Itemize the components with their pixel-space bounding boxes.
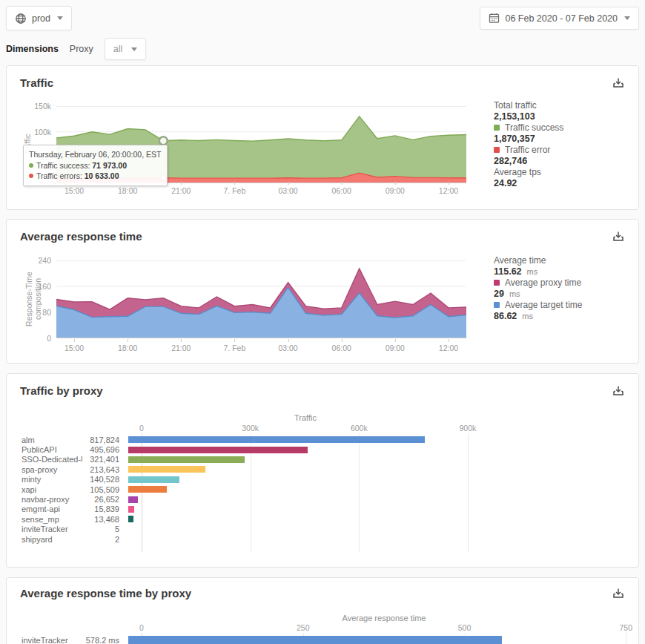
x-tick-label: 15:00 [64, 344, 84, 352]
avg-response-time-card: Average response time 240 160 80 0 Respo… [6, 219, 639, 364]
card-title: Average response time [20, 230, 142, 243]
chart-tooltip: Thursday, February 06, 20:00:00, EST Tra… [23, 145, 168, 186]
dimensions-label: Dimensions [6, 44, 59, 54]
bar-row-minty: minty140,528 [7, 475, 640, 484]
bar-track [128, 636, 640, 644]
proxy-bar-list: alm817,824PublicAPI495,696SSO-Dedicated-… [7, 435, 640, 544]
bar-row-label: emgmt-api [7, 505, 82, 513]
x-tick-label: 15:00 [64, 186, 84, 195]
stat-value: 24.92 [494, 178, 635, 189]
bar-track [128, 466, 640, 473]
date-range-selector[interactable]: 06 Feb 2020 - 07 Feb 2020 [480, 7, 639, 30]
bar[interactable] [128, 496, 138, 503]
chevron-down-icon [131, 47, 137, 51]
stat-value: 115.62ms [494, 266, 635, 277]
bar-track [128, 506, 640, 513]
dimension-proxy-label: Proxy [70, 44, 93, 54]
bar-track [128, 536, 640, 542]
bar[interactable] [128, 516, 133, 522]
download-button[interactable] [610, 76, 626, 92]
download-icon [612, 587, 625, 600]
x-tick-label: 250 [297, 623, 310, 632]
bar[interactable] [128, 486, 167, 493]
bar-row-alm: alm817,824 [7, 435, 640, 444]
x-tick-label: 0 [139, 424, 144, 433]
x-tick-label: 900k [460, 424, 477, 433]
bar[interactable] [128, 476, 179, 483]
download-button[interactable] [610, 384, 626, 400]
bar[interactable] [128, 436, 425, 443]
bar-row-inviteTracker: inviteTracker5 [7, 525, 640, 534]
x-tick-label: 21:00 [171, 186, 191, 195]
bar-row-label: xapi [7, 485, 82, 494]
environment-name: prod [32, 13, 50, 24]
bar-track [128, 436, 640, 443]
download-button[interactable] [610, 586, 626, 602]
download-button[interactable] [610, 229, 626, 246]
x-axis-ticks: 0250500750 [7, 623, 640, 632]
art-by-proxy-card: Average response time by proxy Average r… [6, 577, 639, 644]
x-axis: 15:0018:0021:007. Feb03:0006:0009:0012:0… [56, 341, 466, 351]
errors-dot [29, 174, 33, 178]
bar-track [128, 526, 640, 533]
success-dot [29, 163, 33, 168]
bar-row-label: inviteTracker [7, 525, 82, 533]
bar[interactable] [128, 456, 245, 463]
bar-row-inviteTracker: inviteTracker578.2 ms [7, 634, 640, 644]
bar-row-value: 13,468 [82, 515, 119, 524]
proxy-bar-list: inviteTracker578.2 ms [7, 634, 640, 644]
bar-row-emgmt-api: emgmt-api15,839 [7, 505, 640, 514]
bar-row-value: 5 [82, 525, 119, 533]
stat-value: 1,870,357 [494, 134, 635, 145]
legend-proxy-time: Average proxy time [494, 277, 635, 289]
x-tick-label: 12:00 [439, 344, 458, 352]
x-tick-label: 600k [351, 424, 368, 433]
stat-value: 29ms [494, 289, 635, 300]
bar[interactable] [128, 447, 308, 453]
bar-track [128, 447, 640, 453]
bar-track [128, 476, 640, 483]
tooltip-row: Traffic errors: 10 633.00 [29, 171, 161, 181]
globe-icon [15, 13, 27, 24]
bar-row-value: 495,696 [82, 445, 119, 454]
bar-row-label: shipyard [7, 535, 82, 544]
bar[interactable] [128, 506, 134, 513]
chevron-down-icon [57, 16, 63, 20]
x-tick-label: 21:00 [171, 344, 191, 352]
environment-selector[interactable]: prod [6, 6, 72, 30]
stat-value: 2,153,103 [494, 111, 635, 122]
x-tick-label: 750 [619, 623, 632, 632]
traffic-by-proxy-card: Traffic by proxy Traffic 0300k600k900k a… [6, 373, 639, 568]
bar-row-label: inviteTracker [7, 636, 82, 644]
dimension-value-select[interactable]: all [105, 38, 147, 60]
card-title: Traffic by proxy [20, 384, 103, 397]
bar-row-label: PublicAPI [7, 445, 82, 454]
download-icon [612, 76, 625, 90]
x-tick-label: 06:00 [332, 186, 351, 195]
x-tick-label: 06:00 [332, 344, 351, 352]
bar-row-value: 578.2 ms [82, 636, 119, 644]
bar-row-sense_mp: sense_mp13,468 [7, 514, 640, 524]
bar[interactable] [128, 466, 205, 473]
avg-response-time-chart[interactable] [56, 260, 466, 338]
success-swatch [494, 125, 500, 131]
stat-label: Average time [494, 255, 635, 266]
stat-value: 86.62ms [494, 311, 635, 322]
hover-marker-success [159, 137, 168, 145]
card-title: Average response time by proxy [20, 587, 191, 599]
traffic-stats: Total traffic 2,153,103 Traffic success … [494, 100, 635, 189]
x-tick-label: 03:00 [278, 186, 297, 195]
x-tick-label: 03:00 [278, 344, 297, 352]
dimension-value: all [113, 44, 123, 54]
x-tick-label: 09:00 [386, 344, 405, 352]
bar-row-spa-proxy: spa-proxy213,643 [7, 464, 640, 474]
bar-row-value: 2 [82, 535, 119, 544]
bar-track [128, 516, 640, 522]
bar-row-value: 213,643 [82, 465, 119, 474]
bar-row-value: 26,652 [82, 495, 119, 504]
proxy-time-swatch [494, 280, 500, 286]
bar-row-SSO-Dedicated-UG...: SSO-Dedicated-UG...321,401 [7, 455, 640, 464]
bar-row-navbar-proxy: navbar-proxy26,652 [7, 494, 640, 504]
bar[interactable] [128, 636, 502, 644]
download-icon [612, 384, 625, 398]
